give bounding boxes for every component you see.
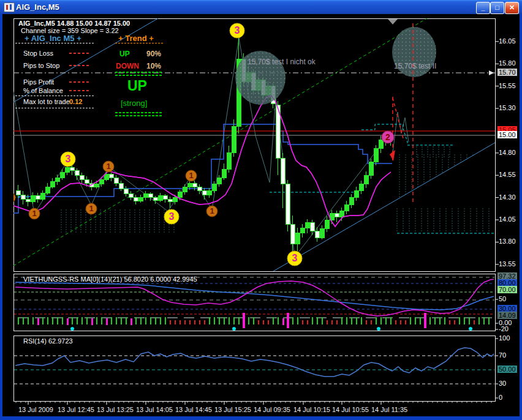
rsi-canvas[interactable]	[13, 336, 495, 401]
signal-marker-2[interactable]: 2	[382, 131, 394, 143]
signal-dot	[70, 327, 74, 331]
rsi-scale-label: 0	[497, 394, 504, 401]
row-pips-stop-dashes	[69, 65, 90, 66]
signal-dot	[469, 327, 472, 331]
time-tick-label: 13 Jul 14:05	[136, 406, 173, 413]
signal-dot	[377, 327, 380, 331]
candles-series	[16, 37, 393, 253]
signal-histogram	[18, 313, 489, 328]
time-tick-label: 13 Jul 2009	[18, 406, 53, 413]
separator-line	[15, 96, 94, 96]
price-tick-label: 15.55	[497, 82, 517, 89]
indicator1-label: VIETHUNGSS-RS MA[0](14)(21) 56.8020 6.00…	[23, 276, 197, 283]
trend-down-value: 10%	[146, 62, 161, 70]
svg-text:1: 1	[89, 204, 93, 213]
signal-divider-top	[115, 72, 162, 73]
signal-marker-3[interactable]: 3	[61, 152, 75, 167]
row-balance-label: % of Balance	[23, 87, 63, 94]
svg-text:3: 3	[169, 211, 175, 222]
main-chart-canvas[interactable]: 3333111111215,70$ test I nicht ok15,70$ …	[13, 18, 495, 271]
separator-line	[15, 43, 94, 43]
rsi-scale-label: 50.00	[497, 366, 517, 373]
row-pips-profit-label: Pips Profit	[23, 78, 54, 86]
signal-marker-1[interactable]: 1	[206, 206, 218, 217]
price-tick-label: 13.80	[497, 238, 517, 245]
row-pips-profit-dashes	[69, 81, 90, 83]
ohlc-readout: AIG_Inc,M5 14.88 15.00 14.87 15.00	[18, 20, 130, 27]
indicator1-scale-label: -20	[497, 325, 510, 332]
rsi-line	[15, 348, 494, 377]
indicator1-scale-label: 50	[497, 295, 507, 302]
trend-down-label: DOWN	[116, 62, 139, 70]
price-tick-label: 14.30	[497, 193, 517, 201]
time-tick-label: 13 Jul 12:45	[58, 406, 94, 413]
close-button[interactable]: ✕	[505, 2, 519, 14]
chart-icon	[4, 2, 15, 12]
trend-header: + Trend +	[118, 34, 154, 43]
row-maxlot-label: Max lot to trade	[23, 98, 70, 105]
signal-direction: UP	[127, 78, 147, 94]
price-tick-label: 15.80	[497, 59, 517, 67]
rsi-label: RSI(14) 62.9723	[23, 337, 73, 345]
signal-strength: [strong]	[121, 99, 147, 108]
svg-text:1: 1	[106, 162, 110, 171]
time-tick-label: 13 Jul 13:25	[97, 406, 134, 413]
price-tick-label: 14.55	[497, 171, 517, 178]
rsi-scale-label: 70	[497, 351, 507, 359]
price-tick-label: 14.05	[497, 216, 517, 223]
application-window: AIG_Inc,M5 _ □ ✕ 3333111111215,70$ test …	[0, 0, 522, 420]
signal-marker-1[interactable]: 1	[86, 203, 97, 214]
trend-line-green	[13, 18, 429, 266]
minimize-button[interactable]: _	[476, 2, 490, 14]
svg-text:1: 1	[189, 171, 193, 180]
time-tick-label: 13 Jul 15:25	[214, 406, 251, 413]
row-stop-loss-dashes	[69, 53, 90, 54]
time-tick-label: 14 Jul 09:35	[254, 406, 290, 413]
system-header: + AIG_Inc M5 +	[25, 34, 81, 43]
svg-text:3: 3	[235, 25, 240, 36]
separator-line-orange	[115, 43, 163, 43]
svg-text:3: 3	[66, 154, 71, 164]
svg-text:3: 3	[292, 253, 298, 263]
rsi-scale-label: 100	[497, 334, 511, 342]
signal-marker-3[interactable]: 3	[164, 209, 179, 224]
signal-marker-1[interactable]: 1	[29, 208, 40, 219]
signal-marker-1[interactable]: 1	[186, 170, 197, 181]
price-tick-label: 16.05	[497, 37, 517, 45]
time-tick-label: 14 Jul 10:55	[332, 406, 369, 413]
price-tick-label: 15.30	[497, 104, 517, 111]
trend-up-value: 90%	[146, 50, 161, 58]
rs-magenta	[15, 279, 494, 316]
time-axis[interactable]: 13 Jul 200913 Jul 12:4513 Jul 13:2513 Ju…	[13, 406, 504, 416]
indicator1-scale-label: 70.00	[497, 286, 517, 293]
senkou-cyan-3	[361, 124, 455, 145]
row-stop-loss-label: Stop Loss	[23, 50, 53, 57]
signal-divider-bottom2	[115, 115, 162, 116]
zigzag-teal-proj	[393, 112, 409, 153]
annotation-text: 15,70$ test I nicht ok	[248, 58, 316, 66]
title-bar[interactable]: AIG_Inc,M5 _ □ ✕	[0, 0, 522, 14]
price-highlight-label: 15.00	[497, 131, 517, 138]
price-tick-label: 13.55	[497, 260, 517, 268]
indicator1-scale-label: 14.09	[497, 312, 517, 319]
separator-line	[15, 108, 94, 108]
time-tick-label: 13 Jul 14:45	[175, 406, 212, 413]
signal-marker-3[interactable]: 3	[230, 23, 244, 38]
rs-blue	[15, 282, 494, 310]
row-balance-dashes	[69, 90, 90, 91]
window-title: AIG_Inc,M5	[16, 2, 59, 12]
signal-marker-1[interactable]: 1	[13, 192, 15, 203]
row-pips-stop-label: Pips to Stop	[23, 62, 59, 69]
trend-up-label: UP	[119, 50, 130, 58]
svg-text:2: 2	[385, 132, 390, 142]
row-maxlot-value: 0.12	[69, 98, 82, 105]
signal-marker-3[interactable]: 3	[287, 251, 302, 266]
down-triangle-icon	[388, 19, 398, 24]
signal-dot	[232, 327, 236, 331]
price-arrow-icon	[489, 70, 494, 75]
channel-lower	[273, 143, 495, 271]
signal-divider-bottom	[115, 112, 162, 113]
time-tick-label: 14 Jul 10:15	[293, 406, 330, 413]
signal-marker-1[interactable]: 1	[103, 161, 114, 172]
price-tick-label: 14.80	[497, 149, 517, 156]
